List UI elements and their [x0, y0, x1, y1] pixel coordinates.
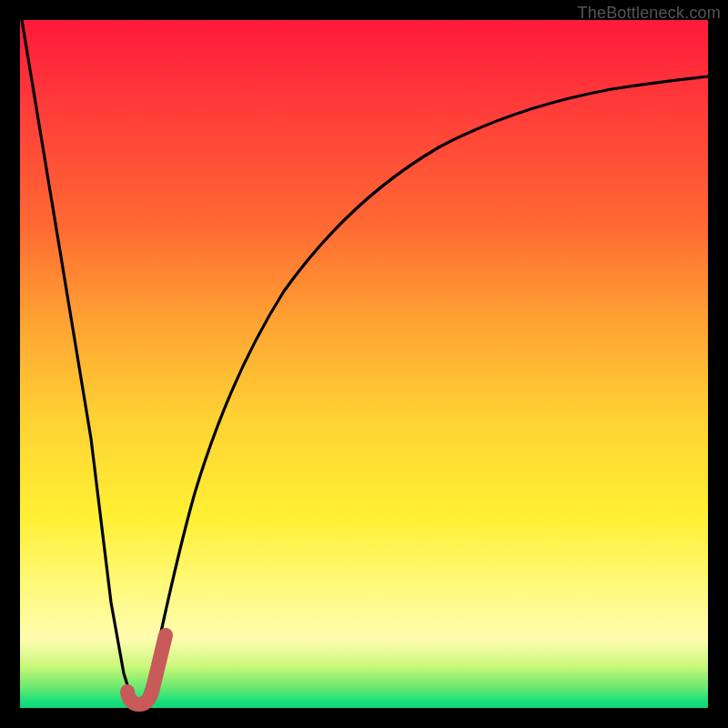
- plot-area: [20, 20, 708, 708]
- bottleneck-curve: [20, 20, 708, 708]
- selected-marker: [127, 635, 166, 704]
- chart-frame: TheBottleneck.com: [0, 0, 728, 728]
- curve-path: [22, 20, 708, 705]
